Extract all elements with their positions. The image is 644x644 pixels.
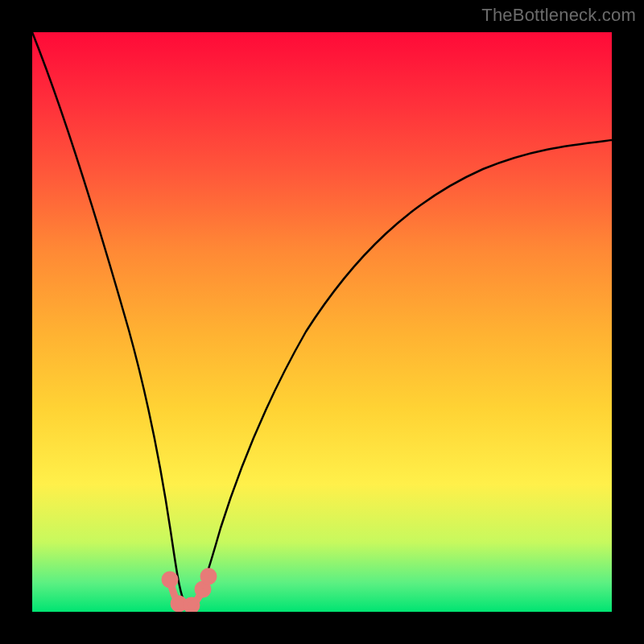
- watermark-text: TheBottleneck.com: [481, 5, 636, 26]
- marker-dot: [198, 584, 208, 594]
- plot-area: [32, 32, 612, 612]
- marker-dot: [204, 572, 213, 581]
- marker-group: [165, 572, 213, 610]
- bottleneck-curve: [32, 32, 612, 607]
- curve-layer: [32, 32, 612, 612]
- chart-frame: TheBottleneck.com: [0, 0, 644, 644]
